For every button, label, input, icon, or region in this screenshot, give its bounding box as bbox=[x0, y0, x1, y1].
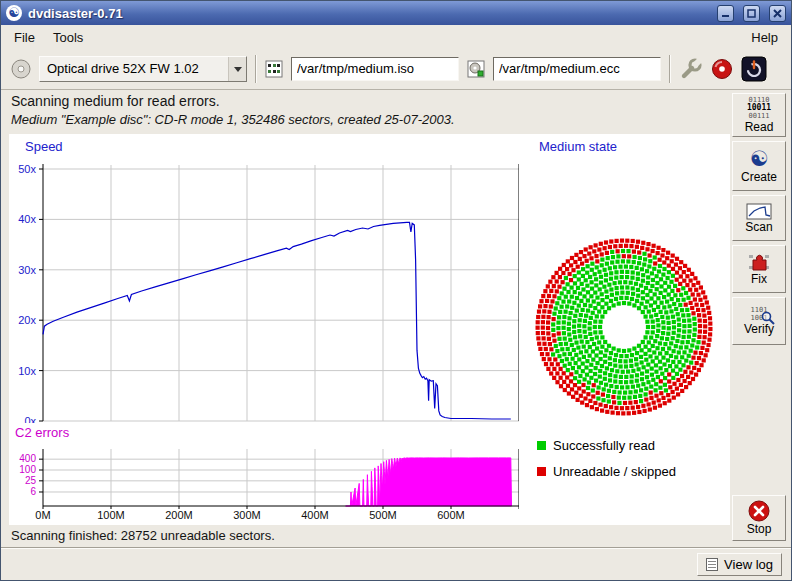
speed-tick-label: 30x bbox=[18, 264, 36, 276]
stop-label: Stop bbox=[747, 522, 772, 536]
app-window: ☯ dvdisaster-0.71 File Tools Help Optica… bbox=[0, 0, 792, 581]
verify-icon: 1101 1001 bbox=[751, 306, 768, 322]
x-axis-tick-label: 400M bbox=[301, 509, 329, 521]
create-yinyang-icon: ☯ bbox=[750, 148, 769, 170]
scan-button[interactable]: Scan bbox=[732, 195, 786, 241]
close-button[interactable] bbox=[769, 5, 786, 22]
c2-errors-chart: 625100400 bbox=[9, 446, 519, 510]
ecc-file-input[interactable] bbox=[493, 57, 661, 81]
speed-tick-label: 20x bbox=[18, 314, 36, 326]
x-axis-tick-label: 200M bbox=[165, 509, 193, 521]
legend-read-swatch bbox=[537, 441, 546, 450]
view-log-button[interactable]: View log bbox=[697, 553, 782, 576]
fix-puzzle-icon bbox=[747, 252, 771, 272]
create-button[interactable]: ☯ Create bbox=[732, 141, 786, 191]
drive-selector[interactable]: Optical drive 52X FW 1.02 bbox=[39, 56, 247, 82]
x-axis-tick-label: 500M bbox=[369, 509, 397, 521]
speed-tick-label: 10x bbox=[18, 365, 36, 377]
disc-help-button[interactable] bbox=[711, 58, 733, 80]
app-icon: ☯ bbox=[6, 5, 22, 21]
chevron-down-icon[interactable] bbox=[228, 57, 246, 81]
scan-icon bbox=[746, 203, 772, 220]
minimize-button[interactable] bbox=[717, 5, 734, 22]
read-icon-line: 10011 bbox=[747, 104, 771, 112]
action-sidebar: 01110 10011 00111 Read ☯ Create Scan Fix bbox=[732, 93, 787, 545]
status-action: Scanning medium for read errors. bbox=[11, 93, 719, 109]
magnifier-icon bbox=[761, 311, 775, 325]
menubar: File Tools Help bbox=[1, 26, 791, 48]
menu-help[interactable]: Help bbox=[742, 27, 787, 48]
legend-unreadable-swatch bbox=[537, 467, 546, 476]
window-title: dvdisaster-0.71 bbox=[28, 6, 708, 21]
drive-icon bbox=[11, 59, 31, 79]
toolbar-separator bbox=[669, 55, 671, 83]
create-label: Create bbox=[741, 170, 777, 184]
x-axis-tick-label: 600M bbox=[437, 509, 465, 521]
view-log-label: View log bbox=[724, 557, 773, 572]
medium-state-legend: Successfully read Unreadable / skipped bbox=[537, 438, 676, 490]
x-axis-tick-label: 100M bbox=[97, 509, 125, 521]
image-file-icon bbox=[265, 60, 283, 78]
minimize-icon bbox=[721, 9, 730, 18]
read-label: Read bbox=[745, 120, 774, 134]
status-area: Scanning medium for read errors. Medium … bbox=[1, 91, 729, 129]
c2-area bbox=[346, 458, 512, 506]
image-file-input[interactable] bbox=[291, 57, 459, 81]
x-axis-labels: 0M100M200M300M400M500M600M bbox=[9, 509, 529, 524]
stop-button[interactable]: Stop bbox=[732, 495, 786, 541]
maximize-icon bbox=[747, 9, 756, 18]
toolbar-separator bbox=[255, 55, 257, 83]
speed-tick-label: 50x bbox=[18, 163, 36, 175]
close-icon bbox=[773, 9, 782, 18]
menu-file[interactable]: File bbox=[5, 27, 44, 48]
preferences-wrench-button[interactable] bbox=[679, 57, 703, 81]
quit-power-button[interactable] bbox=[741, 56, 767, 82]
log-icon bbox=[706, 558, 718, 571]
medium-state-title: Medium state bbox=[539, 139, 617, 154]
read-icon: 01110 10011 00111 bbox=[747, 96, 771, 120]
titlebar[interactable]: ☯ dvdisaster-0.71 bbox=[1, 1, 791, 25]
toolbar: Optical drive 52X FW 1.02 bbox=[1, 48, 791, 90]
status-medium-info: Medium "Example disc": CD-R mode 1, 3524… bbox=[11, 112, 719, 127]
scan-label: Scan bbox=[745, 220, 772, 234]
speed-grid bbox=[43, 165, 519, 421]
speed-tick-label: 0x bbox=[24, 415, 36, 423]
legend-unreadable: Unreadable / skipped bbox=[537, 464, 676, 479]
read-icon-line: 00111 bbox=[748, 112, 769, 120]
ecc-file-icon bbox=[467, 60, 485, 78]
drive-selector-value: Optical drive 52X FW 1.02 bbox=[40, 61, 228, 76]
stop-icon bbox=[748, 500, 770, 522]
legend-read: Successfully read bbox=[537, 438, 676, 453]
c2-tick-label: 25 bbox=[25, 475, 37, 486]
medium-state-disc bbox=[529, 232, 719, 422]
menu-tools[interactable]: Tools bbox=[44, 27, 92, 48]
statusbar-separator bbox=[1, 547, 791, 549]
c2-tick-label: 100 bbox=[19, 464, 36, 475]
fix-label: Fix bbox=[751, 272, 767, 286]
x-axis-tick-label: 0M bbox=[35, 509, 50, 521]
c2-errors-title: C2 errors bbox=[15, 425, 69, 440]
read-button[interactable]: 01110 10011 00111 Read bbox=[732, 93, 786, 137]
speed-chart-title: Speed bbox=[25, 139, 63, 154]
x-axis-tick-label: 300M bbox=[233, 509, 261, 521]
speed-tick-label: 40x bbox=[18, 213, 36, 225]
speed-curve bbox=[43, 222, 511, 419]
legend-unreadable-label: Unreadable / skipped bbox=[553, 464, 676, 479]
chart-panel: Speed Medium state C2 errors 0x10x20x30x… bbox=[9, 134, 730, 525]
verify-button[interactable]: 1101 1001 Verify bbox=[732, 297, 786, 345]
legend-read-label: Successfully read bbox=[553, 438, 655, 453]
maximize-button[interactable] bbox=[743, 5, 760, 22]
c2-tick-label: 6 bbox=[30, 486, 36, 497]
c2-tick-label: 400 bbox=[19, 453, 36, 464]
fix-button[interactable]: Fix bbox=[732, 245, 786, 293]
scan-result-text: Scanning finished: 28752 unreadable sect… bbox=[11, 528, 275, 543]
speed-chart: 0x10x20x30x40x50x bbox=[9, 161, 519, 423]
